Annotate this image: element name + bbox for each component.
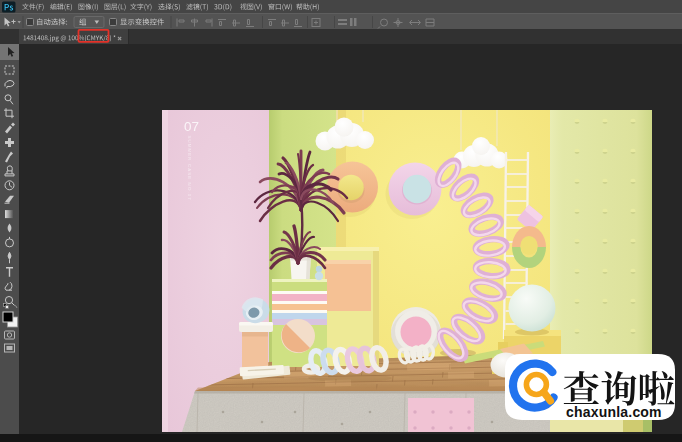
svg-text:07: 07 bbox=[184, 119, 199, 134]
svg-text:SUMMER CASE NO.07: SUMMER CASE NO.07 bbox=[187, 136, 192, 201]
svg-text:chaxunla.com: chaxunla.com bbox=[566, 404, 662, 420]
